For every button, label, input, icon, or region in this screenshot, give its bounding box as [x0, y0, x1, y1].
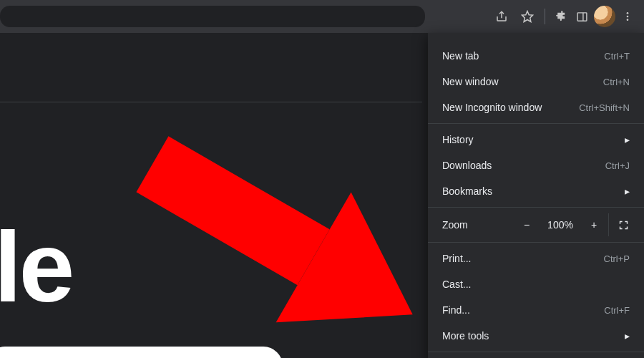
- menu-item-new-tab[interactable]: New tab Ctrl+T: [428, 43, 644, 69]
- svg-point-4: [627, 16, 629, 18]
- browser-toolbar: [0, 0, 644, 33]
- menu-shortcut: Ctrl+J: [605, 160, 630, 171]
- menu-item-history[interactable]: History ▸: [428, 127, 644, 153]
- menu-label: New window: [442, 76, 499, 87]
- share-icon[interactable]: [490, 5, 513, 28]
- submenu-arrow-icon: ▸: [625, 185, 630, 197]
- content-divider: [0, 102, 422, 102]
- menu-label: Cast...: [442, 279, 471, 290]
- submenu-arrow-icon: ▸: [625, 134, 630, 145]
- menu-label: New tab: [442, 50, 479, 62]
- menu-shortcut: Ctrl+Shift+N: [579, 102, 630, 113]
- zoom-in-button[interactable]: +: [580, 219, 608, 231]
- menu-item-more-tools[interactable]: More tools ▸: [428, 323, 644, 349]
- menu-item-downloads[interactable]: Downloads Ctrl+J: [428, 153, 644, 178]
- menu-divider: [428, 242, 644, 243]
- menu-item-bookmarks[interactable]: Bookmarks ▸: [428, 178, 644, 204]
- menu-divider: [428, 352, 644, 352]
- sidepanel-icon[interactable]: [572, 5, 591, 28]
- svg-rect-1: [577, 12, 587, 20]
- submenu-arrow-icon: ▸: [625, 330, 630, 342]
- menu-label: Bookmarks: [442, 185, 492, 197]
- zoom-label[interactable]: Zoom: [442, 219, 507, 231]
- menu-item-new-incognito[interactable]: New Incognito window Ctrl+Shift+N: [428, 95, 644, 120]
- google-logo-fragment: gle: [0, 209, 72, 325]
- menu-item-find[interactable]: Find... Ctrl+F: [428, 297, 644, 323]
- menu-row-edit: Edit Cut Copy Paste: [428, 355, 644, 358]
- profile-avatar[interactable]: [594, 6, 615, 27]
- kebab-menu-icon[interactable]: [618, 5, 637, 28]
- chrome-main-menu: New tab Ctrl+T New window Ctrl+N New Inc…: [428, 33, 644, 358]
- menu-shortcut: Ctrl+F: [604, 305, 630, 316]
- puzzle-icon[interactable]: [551, 5, 570, 28]
- menu-item-print[interactable]: Print... Ctrl+P: [428, 246, 644, 271]
- toolbar-separator: [545, 9, 545, 24]
- svg-marker-0: [522, 11, 533, 22]
- svg-point-5: [627, 19, 629, 21]
- menu-label: New Incognito window: [442, 102, 542, 113]
- svg-point-3: [627, 12, 629, 14]
- menu-item-cast[interactable]: Cast...: [428, 271, 644, 297]
- menu-item-new-window[interactable]: New window Ctrl+N: [428, 69, 644, 95]
- zoom-value: 100%: [541, 219, 580, 231]
- menu-shortcut: Ctrl+T: [604, 51, 630, 62]
- menu-row-zoom: Zoom − 100% +: [428, 211, 644, 239]
- menu-shortcut: Ctrl+N: [603, 77, 630, 87]
- menu-divider: [428, 207, 644, 208]
- menu-shortcut: Ctrl+P: [604, 253, 630, 264]
- menu-divider: [428, 123, 644, 124]
- menu-label: History: [442, 134, 474, 145]
- menu-label: Print...: [442, 253, 471, 264]
- star-icon[interactable]: [516, 5, 539, 28]
- menu-label: More tools: [442, 330, 489, 342]
- zoom-out-button[interactable]: −: [512, 219, 541, 231]
- address-bar[interactable]: [0, 6, 425, 27]
- menu-label: Downloads: [442, 160, 492, 171]
- menu-label: Find...: [442, 304, 470, 316]
- fullscreen-icon[interactable]: [608, 213, 638, 236]
- google-search-input[interactable]: [0, 347, 283, 358]
